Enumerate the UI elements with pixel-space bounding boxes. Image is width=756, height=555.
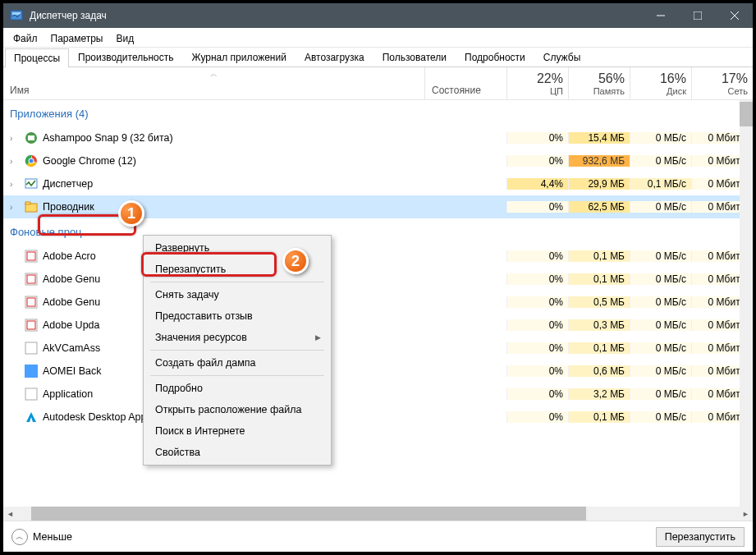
vertical-scrollbar[interactable] (740, 100, 753, 507)
tab-details[interactable]: Подробности (456, 48, 534, 67)
titlebar[interactable]: Диспетчер задач (3, 3, 753, 28)
process-name: Application (43, 388, 93, 400)
process-row[interactable]: AkVCamAss 0% 0,1 МБ 0 МБ/с 0 Мбит/с (3, 337, 753, 360)
process-row[interactable]: Autodesk Desktop App (32 бита) 0% 0,1 МБ… (3, 406, 753, 429)
process-row[interactable]: Adobe Genu 0% 0,5 МБ 0 МБ/с 0 Мбит/с (3, 291, 753, 314)
disk-value: 0 МБ/с (630, 250, 691, 262)
memory-value: 15,4 МБ (568, 132, 630, 144)
context-item-search[interactable]: Поиск в Интернете (145, 420, 329, 442)
app-icon (25, 388, 38, 401)
context-item-dump[interactable]: Создать файл дампа (145, 352, 329, 374)
disk-value: 0 МБ/с (630, 411, 691, 423)
svg-rect-0 (11, 11, 22, 20)
column-memory[interactable]: 56%Память (568, 67, 630, 99)
fewer-details-button[interactable]: ︿ Меньше (11, 529, 72, 545)
memory-value: 29,9 МБ (568, 178, 630, 190)
svg-rect-21 (27, 321, 35, 329)
cpu-value: 0% (506, 155, 568, 167)
process-row[interactable]: Adobe Acro 0% 0,1 МБ 0 МБ/с 0 Мбит/с (3, 245, 753, 268)
expand-icon[interactable]: › (10, 157, 20, 166)
cpu-value: 0% (506, 201, 568, 213)
menu-view[interactable]: Вид (109, 31, 140, 46)
menu-options[interactable]: Параметры (44, 31, 110, 46)
memory-value: 0,6 МБ (568, 365, 630, 377)
app-icon (25, 250, 38, 263)
context-item-values[interactable]: Значения ресурсов▶ (145, 327, 329, 348)
svg-rect-1 (12, 12, 21, 15)
app-icon (25, 200, 38, 213)
annotation-box-2 (141, 252, 277, 277)
tab-services[interactable]: Службы (534, 48, 589, 67)
separator (150, 282, 324, 282)
disk-value: 0 МБ/с (630, 155, 691, 167)
context-item-end-task[interactable]: Снять задачу (145, 284, 329, 305)
svg-point-10 (29, 158, 34, 163)
disk-value: 0 МБ/с (630, 388, 691, 400)
svg-rect-24 (31, 365, 38, 371)
app-icon (25, 342, 38, 355)
process-row[interactable]: Adobe Upda 0% 0,3 МБ 0 МБ/с 0 Мбит/с (3, 314, 753, 337)
column-state[interactable]: Состояние (424, 67, 506, 99)
process-name: Ashampoo Snap 9 (32 бита) (43, 132, 173, 144)
disk-value: 0 МБ/с (630, 342, 691, 354)
svg-rect-15 (27, 252, 35, 260)
svg-rect-7 (28, 135, 34, 140)
close-button[interactable] (716, 3, 753, 28)
separator (150, 375, 324, 376)
table-header: ︿ Имя Состояние 22%ЦП 56%Память 16%Диск … (3, 67, 753, 100)
process-name: Adobe Acro (43, 250, 96, 262)
process-name: Adobe Upda (43, 319, 100, 331)
svg-rect-26 (31, 371, 38, 378)
expand-icon[interactable]: › (10, 203, 20, 212)
memory-value: 0,1 МБ (568, 411, 630, 423)
process-row[interactable]: Application 0% 3,2 МБ 0 МБ/с 0 Мбит/с (3, 383, 753, 406)
cpu-value: 4,4% (506, 178, 568, 190)
expand-icon[interactable]: › (10, 134, 20, 143)
disk-value: 0 МБ/с (630, 365, 691, 377)
minimize-button[interactable] (642, 3, 679, 28)
chevron-right-icon: ▶ (315, 333, 321, 342)
process-row[interactable]: AOMEI Back 0% 0,6 МБ 0 МБ/с 0 Мбит/с (3, 360, 753, 383)
memory-value: 62,5 МБ (568, 201, 630, 213)
tab-users[interactable]: Пользователи (373, 48, 456, 67)
cpu-value: 0% (506, 250, 568, 262)
menu-file[interactable]: Файл (7, 31, 44, 46)
chevron-up-icon: ︿ (11, 529, 28, 545)
process-name: Диспетчер (43, 178, 93, 190)
process-name: Проводник (43, 201, 94, 213)
expand-icon[interactable]: › (10, 180, 20, 189)
process-row[interactable]: ›Google Chrome (12) 0% 932,6 МБ 0 МБ/с 0… (3, 149, 753, 172)
memory-value: 0,1 МБ (568, 273, 630, 285)
context-item-details[interactable]: Подробно (145, 378, 329, 399)
column-network[interactable]: 17%Сеть (691, 67, 753, 99)
context-item-properties[interactable]: Свойства (145, 442, 329, 463)
disk-value: 0 МБ/с (630, 273, 691, 285)
context-item-feedback[interactable]: Предоставить отзыв (145, 305, 329, 327)
process-name: Adobe Genu (43, 273, 100, 285)
process-name: AOMEI Back (43, 365, 102, 377)
svg-rect-22 (25, 342, 37, 354)
horizontal-scrollbar[interactable]: ◄ ► (3, 507, 753, 521)
process-name: Google Chrome (12) (43, 155, 136, 167)
app-icon (25, 296, 38, 309)
tab-performance[interactable]: Производительность (69, 48, 182, 67)
separator (150, 350, 324, 351)
app-icon (25, 365, 38, 378)
column-disk[interactable]: 16%Диск (630, 67, 691, 99)
restart-button[interactable]: Перезапустить (656, 527, 745, 547)
cpu-value: 0% (506, 411, 568, 423)
app-icon (25, 273, 38, 286)
process-row[interactable]: ›Диспетчер 4,4% 29,9 МБ 0,1 МБ/с 0 Мбит/… (3, 172, 753, 195)
process-row[interactable]: ›Ashampoo Snap 9 (32 бита) 0% 15,4 МБ 0 … (3, 126, 753, 149)
process-row[interactable]: Adobe Genu 0% 0,1 МБ 0 МБ/с 0 Мбит/с (3, 268, 753, 291)
context-item-location[interactable]: Открыть расположение файла (145, 399, 329, 420)
column-cpu[interactable]: 22%ЦП (506, 67, 568, 99)
cpu-value: 0% (506, 273, 568, 285)
tab-app-history[interactable]: Журнал приложений (183, 48, 296, 67)
svg-rect-13 (25, 202, 30, 204)
column-name[interactable]: ︿ Имя (3, 67, 424, 99)
sort-indicator-icon: ︿ (210, 69, 218, 80)
maximize-button[interactable] (679, 3, 716, 28)
tab-processes[interactable]: Процессы (5, 48, 69, 67)
tab-startup[interactable]: Автозагрузка (296, 48, 373, 67)
